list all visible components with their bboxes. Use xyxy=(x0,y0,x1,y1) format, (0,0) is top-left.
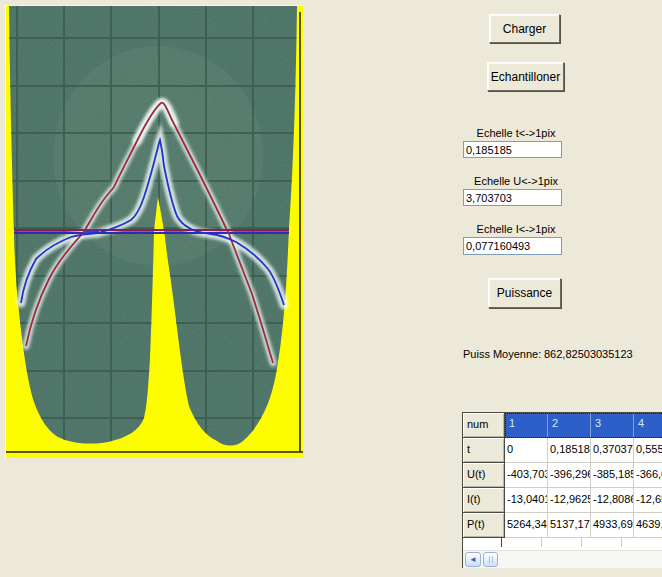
grid-cell[interactable]: -12,8086 xyxy=(591,488,634,513)
grid-row-p: P(t) 5264,34 5137,17 4933,69 4639,9 xyxy=(463,513,662,538)
grid-cell[interactable]: 0 xyxy=(505,438,548,463)
grid-row-label: P(t) xyxy=(463,513,505,538)
grid-cell[interactable]: 4933,69 xyxy=(591,513,634,538)
scroll-left-icon: ◄ xyxy=(469,555,477,564)
scroll-left-button[interactable]: ◄ xyxy=(465,552,481,567)
grid-cell[interactable]: -385,185 xyxy=(591,463,634,488)
grid-corner-cell: num xyxy=(463,413,505,438)
grid-cell[interactable]: -366,6 xyxy=(634,463,662,488)
puissance-button[interactable]: Puissance xyxy=(488,278,561,308)
grid-column-header[interactable]: 3 xyxy=(591,413,634,438)
grid-header-row: num 1 2 3 4 xyxy=(463,413,662,438)
grid-cell[interactable]: -12,9625 xyxy=(548,488,591,513)
app-window: { "window": { "background": "#ece9d8" },… xyxy=(0,0,662,577)
charger-button[interactable]: Charger xyxy=(489,14,560,43)
grid-cell[interactable]: -12,65 xyxy=(634,488,662,513)
oscilloscope-image xyxy=(5,5,303,458)
echelle-u-label: Echelle U<->1pix xyxy=(466,175,566,187)
grid-row-label: t xyxy=(463,438,505,463)
grid-row-t: t 0 0,18518 0,37037 0,5555 xyxy=(463,438,662,463)
scrollbar-thumb[interactable] xyxy=(483,552,498,567)
grid-cell[interactable]: 5137,17 xyxy=(548,513,591,538)
grid-row-label: U(t) xyxy=(463,463,505,488)
echelle-u-input[interactable] xyxy=(463,189,562,206)
grid-row-u: U(t) -403,703 -396,296 -385,185 -366,6 xyxy=(463,463,662,488)
grid-column-header[interactable]: 4 xyxy=(634,413,662,438)
grid-overflow-strip xyxy=(463,538,662,547)
grid-cell[interactable]: 4639,9 xyxy=(634,513,662,538)
data-grid: num 1 2 3 4 t 0 0,18518 0,37037 0,5555 U… xyxy=(462,412,662,568)
grid-row-i: I(t) -13,0401 -12,9625 -12,8086 -12,65 xyxy=(463,488,662,513)
grid-column-header[interactable]: 2 xyxy=(548,413,591,438)
echelle-i-input[interactable] xyxy=(463,237,562,255)
grid-header-selection: 1 2 3 4 xyxy=(505,413,662,438)
oscilloscope-svg xyxy=(6,6,303,458)
grid-cell[interactable]: -13,0401 xyxy=(505,488,548,513)
grid-cell[interactable]: 0,37037 xyxy=(591,438,634,463)
grid-column-header[interactable]: 1 xyxy=(505,413,548,438)
grid-cell[interactable]: -403,703 xyxy=(505,463,548,488)
puiss-moyenne-label: Puiss Moyenne: xyxy=(463,348,541,360)
echantilloner-button[interactable]: Echantilloner xyxy=(487,62,564,91)
puiss-moyenne-value: 862,82503035123 xyxy=(544,348,633,360)
grid-horizontal-scrollbar[interactable]: ◄ xyxy=(463,550,662,568)
echelle-t-input[interactable] xyxy=(463,141,562,158)
grid-cell[interactable]: 0,18518 xyxy=(548,438,591,463)
grid-cell[interactable]: -396,296 xyxy=(548,463,591,488)
grid-cell[interactable]: 5264,34 xyxy=(505,513,548,538)
grid-cell[interactable]: 0,5555 xyxy=(634,438,662,463)
echelle-i-label: Echelle I<->1pix xyxy=(466,223,566,235)
echelle-t-label: Echelle t<->1pix xyxy=(466,127,566,139)
grid-row-label: I(t) xyxy=(463,488,505,513)
